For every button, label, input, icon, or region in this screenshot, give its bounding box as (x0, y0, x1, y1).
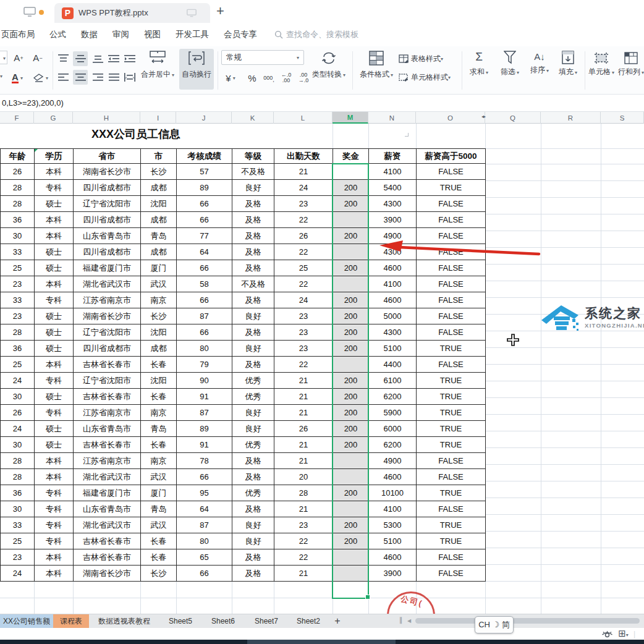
cell[interactable]: 武汉 (141, 276, 177, 292)
column-header-N[interactable]: N (368, 112, 416, 124)
cell[interactable]: 长春 (141, 389, 177, 405)
cell[interactable]: 4600 (369, 260, 417, 276)
menu-item-4[interactable]: 视图 (144, 29, 161, 40)
scroll-left-icon[interactable]: ◀ (407, 618, 411, 624)
cell[interactable]: 200 (333, 260, 369, 276)
cell[interactable]: 200 (333, 196, 369, 212)
cell[interactable]: 28 (1, 180, 35, 196)
cell[interactable]: 200 (333, 373, 369, 389)
cell[interactable] (333, 566, 369, 582)
cell[interactable]: 66 (177, 292, 232, 308)
cell[interactable]: 及格 (232, 260, 274, 276)
cell[interactable]: 200 (333, 389, 369, 405)
cell[interactable]: 22 (274, 212, 333, 228)
cell[interactable]: 本科 (35, 357, 74, 373)
cell[interactable]: 及格 (232, 469, 274, 485)
type-convert-button[interactable]: 类型转换 ▾ (309, 49, 349, 90)
merge-center-button[interactable]: 合并居中 ▾ (138, 49, 177, 90)
cell[interactable]: 辽宁省沈阳市 (74, 324, 141, 341)
cell[interactable]: 21 (274, 164, 333, 180)
column-title-6[interactable]: 出勤天数 (274, 149, 333, 164)
cell[interactable]: 本科 (35, 164, 74, 180)
cell[interactable]: 36 (1, 341, 35, 357)
cell[interactable]: 成都 (141, 212, 177, 228)
cell[interactable]: 21 (274, 501, 333, 517)
cell[interactable]: 80 (177, 341, 232, 357)
command-search[interactable]: 查找命令、搜索模板 (274, 29, 358, 40)
distribute-button[interactable] (122, 70, 137, 85)
cell[interactable]: 本科 (35, 276, 74, 292)
cell[interactable]: 硕士 (35, 260, 74, 276)
cell[interactable]: 78 (177, 453, 232, 469)
comma-style-button[interactable]: 000, (261, 70, 277, 86)
cell[interactable]: 23 (1, 276, 35, 292)
cell[interactable]: 武汉 (141, 517, 177, 533)
cell[interactable]: 南京 (141, 292, 177, 308)
cell[interactable] (333, 453, 369, 469)
cell[interactable]: 吉林省长春市 (74, 389, 141, 405)
cell[interactable]: 23 (274, 196, 333, 212)
cell[interactable]: 专科 (35, 517, 74, 533)
cell[interactable]: TRUE (417, 533, 486, 549)
cell[interactable]: 四川省成都市 (74, 180, 141, 196)
cell[interactable]: 及格 (232, 501, 274, 517)
fill-button[interactable]: 填充 ▾ (554, 49, 582, 90)
cell[interactable]: 四川省成都市 (74, 341, 141, 357)
add-sheet-button[interactable]: + (329, 614, 346, 628)
cell[interactable]: 200 (333, 308, 369, 324)
cell[interactable]: 64 (177, 244, 232, 260)
cell[interactable]: FALSE (417, 244, 486, 260)
column-header-M[interactable]: M (333, 112, 368, 124)
percent-button[interactable]: % (245, 70, 260, 86)
cell[interactable]: 南京 (141, 405, 177, 421)
cell[interactable]: 本科 (35, 453, 74, 469)
cell[interactable]: 良好 (232, 308, 274, 324)
align-right-button[interactable] (90, 70, 105, 85)
cell[interactable] (333, 164, 369, 180)
cell[interactable]: 良好 (232, 517, 274, 533)
cell[interactable]: 本科 (35, 566, 74, 582)
cell[interactable]: 26 (1, 164, 35, 180)
cell[interactable]: 良好 (232, 421, 274, 437)
eraser-button[interactable]: ▾ (31, 70, 51, 86)
cell[interactable]: 10100 (369, 485, 417, 501)
cell[interactable]: 22 (274, 533, 333, 549)
menu-item-3[interactable]: 审阅 (112, 29, 129, 40)
cell[interactable]: 23 (274, 308, 333, 324)
cell[interactable]: 57 (177, 164, 232, 180)
cell[interactable]: 23 (274, 341, 333, 357)
cell[interactable]: 及格 (232, 566, 274, 582)
cell[interactable]: 21 (274, 437, 333, 453)
cell[interactable]: 3900 (369, 212, 417, 228)
rows-cols-button[interactable]: 行和列 ▾ (617, 49, 644, 90)
cell[interactable]: 66 (177, 566, 232, 582)
menu-item-6[interactable]: 会员专享 (224, 29, 257, 40)
align-bottom-button[interactable] (90, 51, 105, 66)
cell[interactable]: TRUE (417, 421, 486, 437)
cell[interactable]: 28 (1, 324, 35, 341)
cell[interactable]: 30 (1, 389, 35, 405)
cell[interactable]: 200 (333, 437, 369, 453)
cell[interactable]: 硕士 (35, 244, 74, 260)
cell[interactable]: 22 (274, 276, 333, 292)
cell[interactable]: 优秀 (232, 437, 274, 453)
cell[interactable]: 专科 (35, 485, 74, 501)
cell[interactable]: 良好 (232, 533, 274, 549)
hidden-column-marker-icon[interactable]: ◂▸ (481, 114, 485, 119)
cell[interactable]: 硕士 (35, 324, 74, 341)
cell[interactable]: FALSE (417, 276, 486, 292)
cell[interactable]: 79 (177, 357, 232, 373)
cell[interactable]: 沈阳 (141, 373, 177, 389)
cell[interactable]: 优秀 (232, 389, 274, 405)
cell[interactable]: 200 (333, 180, 369, 196)
cell[interactable]: FALSE (417, 196, 486, 212)
cell[interactable]: 200 (333, 292, 369, 308)
align-left-button[interactable] (56, 70, 70, 85)
cell[interactable]: 21 (274, 453, 333, 469)
formula-bar[interactable]: 0,L3>=23),200,0) (0, 95, 644, 112)
cell[interactable]: 23 (1, 549, 35, 566)
cell[interactable]: 良好 (232, 405, 274, 421)
cell[interactable]: 36 (1, 212, 35, 228)
cell[interactable]: 5100 (369, 533, 417, 549)
cell[interactable]: 33 (1, 244, 35, 260)
